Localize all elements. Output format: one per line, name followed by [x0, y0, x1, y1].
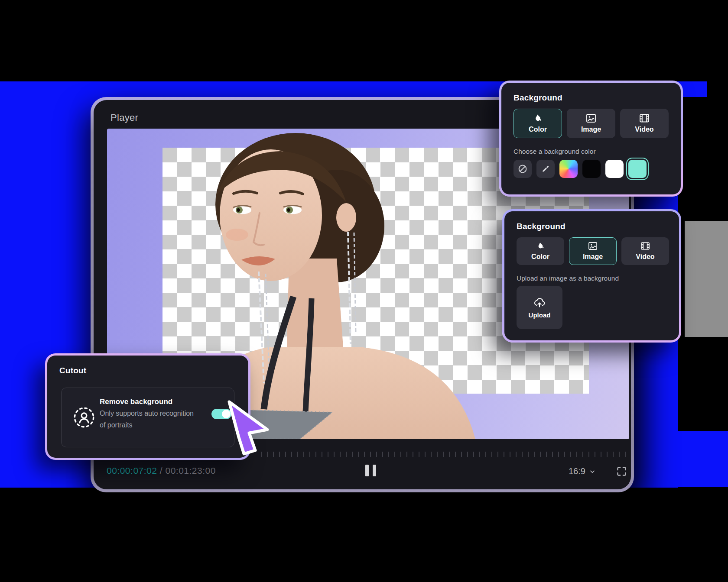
page-background-right: [672, 431, 728, 487]
custom-color-swatch[interactable]: [559, 160, 578, 178]
timeline-ruler[interactable]: [261, 452, 630, 457]
fullscreen-button[interactable]: [616, 466, 627, 477]
aspect-ratio-dropdown[interactable]: 16:9: [569, 466, 596, 476]
timecode-total: 00:01:23:00: [165, 466, 215, 475]
film-icon: [639, 113, 650, 123]
background-image-panel: Background Color Image Video Upload an i…: [502, 209, 681, 343]
cutout-panel-title: Cutout: [59, 366, 86, 375]
image-icon: [588, 242, 598, 250]
white-swatch[interactable]: [605, 160, 624, 178]
timecode-current: 00:00:07:02: [107, 466, 157, 475]
background-type-tabs: Color Image Video: [517, 237, 669, 265]
paint-bucket-icon: [536, 242, 545, 250]
color-swatch-row: [514, 160, 647, 178]
tab-image[interactable]: Image: [567, 109, 615, 138]
cloud-upload-icon: [533, 297, 546, 308]
chevron-down-icon: [589, 468, 596, 475]
remove-background-card: Remove background Only supports auto rec…: [61, 388, 234, 447]
eyedropper-swatch[interactable]: [536, 160, 555, 178]
background-color-panel: Background Color Image Video Choose a ba…: [499, 81, 683, 197]
remove-background-title: Remove background: [100, 398, 172, 406]
tab-color[interactable]: Color: [514, 109, 562, 138]
pause-icon: [373, 465, 376, 476]
film-icon: [640, 242, 650, 250]
toggle-knob: [222, 410, 231, 418]
background-panel-title: Background: [514, 93, 562, 103]
remove-background-desc: of portraits: [100, 421, 133, 429]
aspect-ratio-value: 16:9: [569, 466, 585, 476]
no-color-swatch[interactable]: [514, 160, 532, 178]
mint-swatch-selected[interactable]: [628, 160, 647, 178]
paint-bucket-icon: [533, 113, 543, 123]
pause-icon: [365, 465, 369, 476]
side-gray-strip: [685, 221, 728, 337]
cutout-panel: Cutout Remove background Only supports a…: [45, 353, 250, 460]
remove-background-desc: Only supports auto recognition: [100, 410, 194, 417]
image-icon: [586, 113, 596, 123]
background-panel-title: Background: [517, 222, 566, 231]
remove-background-toggle[interactable]: [211, 409, 231, 419]
upload-label: Upload: [529, 311, 551, 319]
upload-image-label: Upload an image as a background: [517, 275, 619, 282]
upload-button[interactable]: Upload: [517, 286, 562, 329]
tab-color[interactable]: Color: [517, 237, 564, 265]
eyedropper-icon: [541, 164, 550, 174]
prohibition-icon: [517, 164, 528, 174]
tab-video[interactable]: Video: [620, 109, 669, 138]
pause-button[interactable]: [365, 465, 378, 477]
person-dotted-circle-icon: [73, 406, 95, 429]
timecode-separator: /: [157, 466, 165, 475]
background-type-tabs: Color Image Video: [514, 109, 669, 138]
timecode-display: 00:00:07:02 / 00:01:23:00: [107, 466, 216, 476]
player-title: Player: [110, 112, 138, 123]
tab-video[interactable]: Video: [621, 237, 669, 265]
choose-color-label: Choose a background color: [514, 148, 596, 155]
tab-image[interactable]: Image: [569, 237, 617, 265]
black-swatch[interactable]: [582, 160, 601, 178]
